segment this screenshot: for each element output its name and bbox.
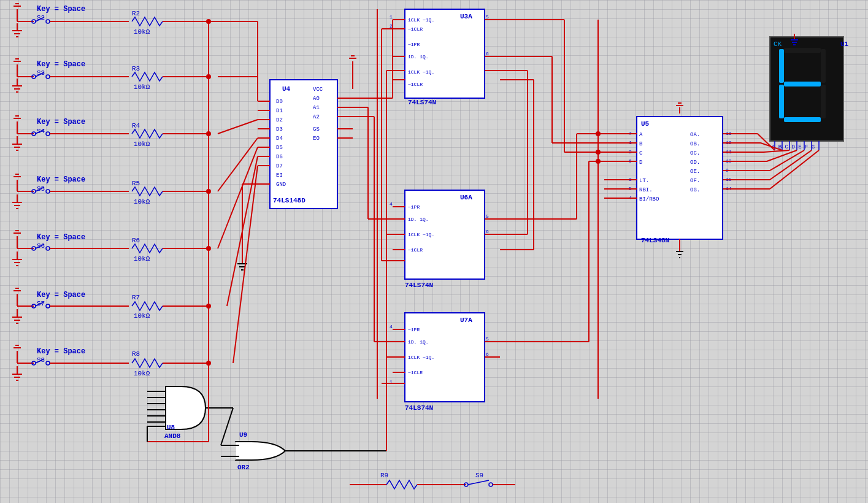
svg-rect-193 (779, 49, 784, 83)
svg-rect-198 (784, 117, 821, 122)
u4-pin-d5: D5 (276, 145, 283, 151)
r6-label: R6 (132, 237, 140, 244)
s9-label: S9 (475, 472, 483, 479)
svg-point-245 (489, 483, 493, 486)
circuit-diagram: Key = Space S2 R2 10kΩ (0, 0, 868, 503)
u5-oe-label: OE. (690, 169, 700, 175)
resistor-r3: R3 10kΩ (67, 65, 209, 91)
u4-pin-d4: D4 (276, 136, 283, 142)
r2-label: R2 (132, 10, 140, 17)
u7a-1pr-label: ~1PR (408, 327, 420, 332)
svg-rect-161 (637, 117, 723, 239)
u5-label: U5 (641, 120, 650, 128)
r4-label: R4 (132, 122, 140, 129)
r3-val: 10kΩ (134, 83, 150, 91)
u4-pin-a2: A2 (313, 114, 320, 120)
ic-u3a: U3A 1CLK ~1Q. ~1CLR ~1PR 1D. 1Q. 1CLK ~1… (390, 9, 500, 106)
u3a-1clr-label: ~1CLR (408, 26, 423, 32)
u5-bi-label: BI/RBO (639, 196, 659, 202)
u6a-label: U6A (460, 194, 472, 201)
u7a-1clk-label: 1CLK ~1Q. (408, 355, 434, 360)
svg-point-279 (596, 131, 601, 136)
svg-point-253 (206, 246, 211, 251)
switch-s3: Key = Space S3 (12, 59, 85, 92)
resistor-r5: R5 10kΩ (67, 180, 209, 205)
u7a-type: 74LS74N (405, 404, 433, 412)
u4-pin-d2: D2 (276, 117, 283, 123)
u7a-pin5: 5 (486, 336, 489, 342)
u4-pin-gs: GS (313, 126, 320, 132)
u5-type: 74LS48N (641, 237, 669, 244)
svg-point-249 (206, 19, 211, 24)
schematic-canvas: Key = Space S2 R2 10kΩ (0, 0, 868, 503)
u4-pin-a0: A0 (313, 96, 320, 102)
r4-val: 10kΩ (134, 140, 150, 148)
svg-point-280 (596, 150, 601, 155)
u5-d-label: D (639, 159, 642, 166)
u3a-label: U3A (460, 13, 472, 20)
u3a-pin5: 5 (486, 14, 489, 20)
u6a-pin6: 6 (486, 229, 489, 234)
u6a-pin5: 5 (486, 213, 489, 219)
u3a-pin6: 6 (486, 51, 489, 56)
svg-point-92 (46, 361, 50, 365)
u8-label: U8 (167, 424, 175, 431)
u5-of-label: OF. (690, 178, 700, 184)
svg-point-50 (46, 190, 50, 193)
u4-label: U4 (282, 85, 291, 93)
u6a-1clk-label: 1CLK ~1Q. (408, 232, 434, 237)
u6a-type: 74LS74N (405, 282, 433, 289)
u5-od-label: OD. (690, 159, 700, 166)
r9-label: R9 (380, 472, 388, 479)
switch-s9: S9 (448, 472, 515, 486)
r8-label: R8 (132, 350, 140, 358)
u6a-1clr-label: ~1CLR (408, 247, 423, 253)
svg-rect-196 (779, 85, 784, 118)
u3a-1clk2-label: 1CLK ~1Q. (408, 69, 434, 75)
u3a-1pr-label: ~1PR (408, 42, 420, 47)
u4-pin-gnd: GND (276, 182, 286, 188)
svg-point-251 (206, 131, 211, 136)
u5-lt-label: LT. (639, 178, 649, 184)
resistor-r4: R4 10kΩ (67, 122, 209, 148)
svg-point-78 (46, 304, 50, 308)
u6a-1pr-label: ~1PR (408, 204, 420, 210)
svg-point-64 (46, 247, 50, 250)
u9-type: OR2 (237, 464, 250, 471)
u5-og-label: OG. (690, 187, 700, 193)
switch-s2: Key = Space S2 (12, 4, 85, 37)
resistor-r7: R7 10kΩ (67, 294, 209, 320)
svg-point-250 (206, 74, 211, 79)
svg-point-281 (596, 159, 601, 164)
ic-u8: U8 AND8 (147, 386, 227, 440)
u7a-pin6: 6 (486, 351, 489, 357)
resistor-r2: R2 10kΩ (67, 10, 209, 36)
u1-label: U1 (840, 40, 849, 48)
key-label-s4: Key = Space (37, 118, 85, 126)
r7-val: 10kΩ (134, 312, 150, 320)
svg-line-215 (764, 150, 789, 152)
svg-rect-197 (821, 85, 826, 118)
u3a-type: 74LS74N (408, 99, 436, 106)
resistor-r8: R8 10kΩ (67, 350, 209, 377)
svg-line-125 (218, 147, 258, 248)
svg-point-254 (206, 304, 211, 309)
svg-line-126 (227, 156, 258, 306)
ic-u9: U9 OR2 (221, 431, 304, 471)
svg-rect-192 (784, 48, 821, 53)
u5-oc-label: OC. (690, 150, 700, 156)
u1-ck-label: CK (774, 40, 782, 48)
r5-val: 10kΩ (134, 198, 150, 205)
u4-pin-a1: A1 (313, 105, 320, 111)
u4-pin-ei: EI (276, 172, 283, 179)
ic-u6a: U6A ~1PR 1D. 1Q. 1CLK ~1Q. ~1CLR 74LS74N… (390, 190, 500, 289)
key-label-s6: Key = Space (37, 233, 85, 242)
u8-type: AND8 (164, 432, 181, 440)
svg-point-22 (46, 75, 50, 79)
svg-line-240 (221, 408, 233, 445)
svg-line-246 (468, 480, 489, 485)
u7a-pin4: 4 (390, 324, 393, 329)
ic-u1: U1 CK A B C D E F G (770, 34, 849, 150)
u7a-1d-label: 1D. 1Q. (408, 339, 429, 345)
u9-label: U9 (239, 431, 247, 439)
